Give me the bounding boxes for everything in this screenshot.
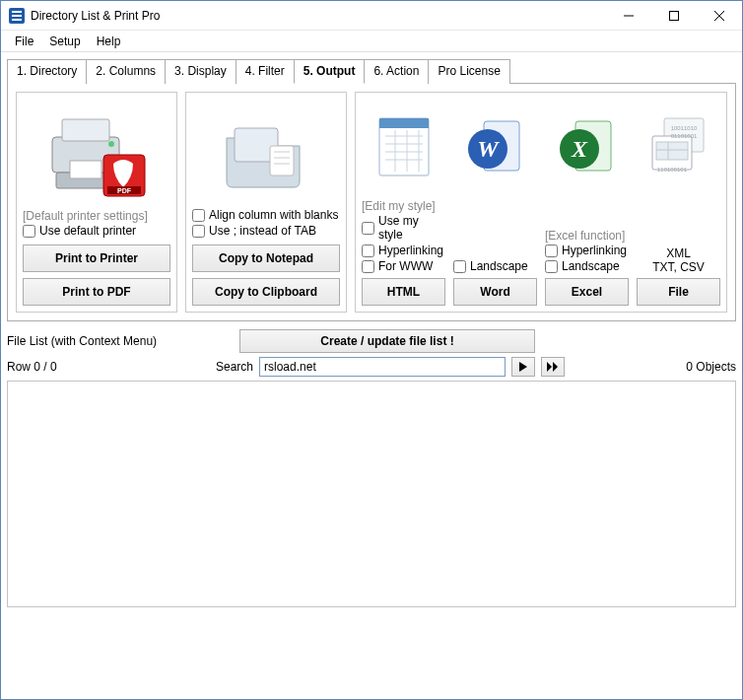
tabs: 1. Directory 2. Columns 3. Display 4. Fi… [7, 58, 736, 84]
svg-text:X: X [570, 136, 587, 162]
titlebar: Directory List & Print Pro [1, 1, 742, 31]
default-printer-hint: [Default printer settings] [23, 209, 170, 223]
svg-marker-44 [519, 362, 527, 372]
for-www-checkbox[interactable]: For WWW [362, 258, 445, 274]
tab-filter[interactable]: 4. Filter [236, 59, 295, 84]
edit-style-hint: [Edit my style] [362, 199, 445, 213]
search-next-button[interactable] [511, 357, 535, 377]
search-bar: Row 0 / 0 Search 0 Objects [1, 355, 742, 381]
minimize-button[interactable] [606, 1, 651, 31]
svg-rect-11 [70, 161, 101, 178]
export-word-button[interactable]: Word [453, 278, 537, 306]
tab-display[interactable]: 3. Display [165, 59, 236, 84]
export-file-button[interactable]: File [637, 278, 720, 306]
file-list-panel[interactable] [7, 381, 736, 607]
xml-label: XML [637, 246, 720, 260]
create-update-file-list-button[interactable]: Create / update file list ! [239, 329, 535, 353]
menu-file[interactable]: File [7, 33, 41, 50]
svg-point-12 [108, 141, 114, 147]
folder-document-icon [192, 99, 340, 207]
hyperlinking-html-checkbox[interactable]: Hyperlinking [362, 243, 445, 258]
tab-directory[interactable]: 1. Directory [7, 59, 87, 84]
tab-output[interactable]: 5. Output [294, 59, 366, 84]
svg-rect-3 [12, 19, 22, 21]
print-to-printer-button[interactable]: Print to Printer [23, 245, 170, 272]
landscape-excel-checkbox[interactable]: Landscape [545, 258, 629, 274]
word-icon: W [464, 115, 527, 178]
print-to-pdf-button[interactable]: Print to PDF [23, 278, 170, 306]
svg-rect-22 [379, 118, 429, 128]
hyperlinking-excel-checkbox[interactable]: Hyperlinking [545, 243, 629, 258]
svg-text:110100101: 110100101 [656, 167, 687, 173]
export-html-button[interactable]: HTML [362, 278, 445, 306]
tab-columns[interactable]: 2. Columns [86, 59, 166, 84]
use-semicolon-checkbox[interactable]: Use ; instead of TAB [192, 223, 340, 239]
copy-to-clipboard-button[interactable]: Copy to Clipboard [192, 278, 340, 306]
search-label: Search [216, 360, 253, 374]
row-count-label: Row 0 / 0 [7, 360, 66, 374]
maximize-button[interactable] [651, 1, 697, 31]
svg-text:10011010: 10011010 [670, 125, 697, 131]
svg-rect-2 [12, 15, 22, 17]
use-default-printer-checkbox[interactable]: Use default printer [23, 223, 170, 239]
landscape-word-checkbox[interactable]: Landscape [453, 258, 537, 274]
txt-csv-label: TXT, CSV [637, 260, 720, 274]
copy-to-notepad-button[interactable]: Copy to Notepad [192, 245, 340, 272]
svg-rect-9 [62, 119, 109, 141]
export-excel-button[interactable]: Excel [545, 278, 629, 306]
mid-bar: File List (with Context Menu) Create / u… [1, 327, 742, 355]
use-my-style-checkbox[interactable]: Use my style [362, 213, 445, 243]
svg-marker-46 [553, 362, 558, 372]
output-panel: PDF [Default printer settings] Use defau… [7, 84, 736, 321]
search-fast-forward-button[interactable] [541, 357, 565, 377]
excel-icon: X [556, 115, 619, 178]
tab-pro-license[interactable]: Pro License [428, 59, 509, 84]
fast-forward-icon [547, 362, 559, 372]
file-binary-icon: 10011010 01101001 110100101 [646, 114, 711, 179]
play-icon [519, 362, 527, 372]
tab-action[interactable]: 6. Action [364, 59, 429, 84]
window-title: Directory List & Print Pro [31, 9, 160, 23]
menubar: File Setup Help [1, 31, 742, 52]
svg-rect-5 [670, 11, 679, 20]
app-icon [9, 8, 25, 24]
file-list-label: File List (with Context Menu) [7, 334, 157, 348]
svg-text:01101001: 01101001 [670, 133, 697, 139]
svg-text:PDF: PDF [117, 187, 132, 194]
menu-setup[interactable]: Setup [41, 33, 88, 50]
align-column-blanks-checkbox[interactable]: Align column with blanks [192, 207, 340, 223]
excel-function-hint: [Excel function] [545, 229, 629, 243]
html-icon [373, 112, 435, 181]
svg-rect-17 [270, 146, 294, 175]
svg-rect-41 [656, 142, 688, 160]
svg-text:W: W [477, 136, 500, 162]
export-group: W X 10011010 01101001 110100101 [355, 92, 727, 313]
printer-pdf-icon: PDF [23, 99, 170, 209]
search-input[interactable] [259, 357, 506, 377]
object-count-label: 0 Objects [686, 360, 736, 374]
close-button[interactable] [697, 1, 742, 31]
svg-rect-1 [12, 11, 22, 13]
svg-marker-45 [547, 362, 552, 372]
copy-group: Align column with blanks Use ; instead o… [185, 92, 347, 313]
menu-help[interactable]: Help [89, 33, 129, 50]
print-group: PDF [Default printer settings] Use defau… [16, 92, 177, 313]
